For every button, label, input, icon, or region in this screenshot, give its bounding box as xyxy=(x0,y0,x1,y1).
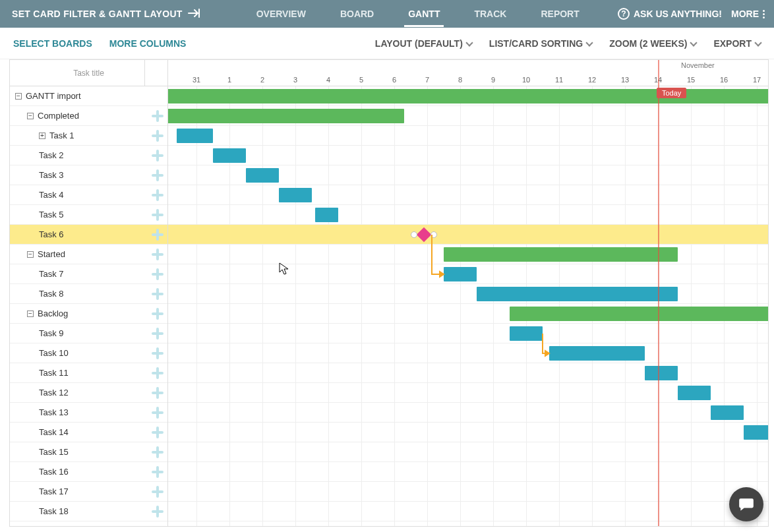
task-bar[interactable] xyxy=(645,366,678,380)
add-task-icon[interactable] xyxy=(152,367,164,379)
select-boards-link[interactable]: SELECT BOARDS xyxy=(13,38,92,49)
tab-board[interactable]: BOARD xyxy=(336,1,378,27)
add-task-icon[interactable] xyxy=(152,328,164,340)
add-task-icon[interactable] xyxy=(152,407,164,419)
set-filter-button[interactable]: SET CARD FILTER & GANTT LAYOUT xyxy=(12,9,200,20)
add-task-icon[interactable] xyxy=(152,268,164,280)
task-row[interactable]: Task 7 xyxy=(10,264,167,284)
task-row[interactable]: Task 13 xyxy=(10,403,167,423)
task-label: Task 6 xyxy=(39,229,64,239)
task-row[interactable]: Task 12 xyxy=(10,383,167,403)
task-label: Task 10 xyxy=(39,348,69,358)
task-bar[interactable] xyxy=(711,405,744,420)
chat-widget-button[interactable] xyxy=(729,487,763,521)
add-task-icon[interactable] xyxy=(152,288,164,300)
group-bar[interactable] xyxy=(510,307,768,321)
collapse-icon[interactable]: − xyxy=(27,251,34,258)
layout-dropdown[interactable]: LAYOUT (DEFAULT) xyxy=(375,38,472,49)
task-label: Task 11 xyxy=(39,368,69,378)
task-bar[interactable] xyxy=(279,188,312,202)
task-row[interactable]: −Started xyxy=(10,245,167,264)
collapse-icon[interactable]: − xyxy=(15,93,22,100)
task-bar[interactable] xyxy=(315,208,338,222)
task-label: Task 2 xyxy=(39,150,64,160)
add-task-icon[interactable] xyxy=(152,189,164,201)
task-bar[interactable] xyxy=(510,326,543,341)
task-row[interactable]: Task 14 xyxy=(10,423,167,442)
add-task-icon[interactable] xyxy=(152,308,164,320)
task-row[interactable]: Task 8 xyxy=(10,284,167,304)
milestone-handle[interactable] xyxy=(411,231,417,238)
add-task-icon[interactable] xyxy=(152,446,164,458)
day-col-13: 13 xyxy=(609,73,641,86)
export-dropdown[interactable]: EXPORT xyxy=(713,38,761,49)
task-label: Started xyxy=(38,249,65,259)
task-row[interactable]: −Backlog xyxy=(10,304,167,324)
task-row[interactable]: −Completed xyxy=(10,106,167,126)
task-row[interactable]: Task 11 xyxy=(10,363,167,383)
group-bar[interactable] xyxy=(444,247,678,262)
task-label: Task 1 xyxy=(49,131,74,140)
task-row[interactable]: −GANTT import xyxy=(10,86,167,106)
day-col-10: 10 xyxy=(510,73,543,86)
day-col-17: 17 xyxy=(740,73,768,86)
task-bar[interactable] xyxy=(213,148,246,163)
dependency-arrow xyxy=(428,231,453,283)
tab-overview[interactable]: OVERVIEW xyxy=(253,1,310,27)
task-row[interactable]: Task 15 xyxy=(10,442,167,462)
task-label: Task 14 xyxy=(39,427,69,437)
help-icon: ? xyxy=(618,8,630,20)
task-bar[interactable] xyxy=(477,287,678,301)
more-button[interactable]: MORE xyxy=(731,9,765,19)
task-row[interactable]: +Task 1 xyxy=(10,126,167,146)
collapse-icon[interactable]: − xyxy=(27,310,34,317)
add-task-icon[interactable] xyxy=(152,130,164,142)
add-task-icon[interactable] xyxy=(152,209,164,221)
add-task-icon[interactable] xyxy=(152,229,164,241)
tab-report[interactable]: REPORT xyxy=(537,1,583,27)
task-row[interactable]: Task 5 xyxy=(10,205,167,225)
task-row[interactable]: Task 18 xyxy=(10,502,167,521)
add-task-icon[interactable] xyxy=(152,387,164,399)
add-task-icon[interactable] xyxy=(152,506,164,517)
task-label: Completed xyxy=(38,111,79,121)
add-task-icon[interactable] xyxy=(152,249,164,260)
task-bar[interactable] xyxy=(744,425,768,440)
task-row[interactable]: Task 16 xyxy=(10,462,167,482)
task-label: Task 9 xyxy=(39,328,64,338)
task-bar[interactable] xyxy=(177,129,213,143)
arrow-right-icon xyxy=(188,9,200,20)
zoom-dropdown[interactable]: ZOOM (2 WEEKS) xyxy=(609,38,696,49)
task-bar[interactable] xyxy=(678,386,711,400)
task-row[interactable]: Task 3 xyxy=(10,165,167,185)
task-row[interactable]: Task 4 xyxy=(10,185,167,205)
tab-track[interactable]: TRACK xyxy=(470,1,510,27)
subbar: SELECT BOARDS MORE COLUMNS LAYOUT (DEFAU… xyxy=(0,28,774,59)
add-task-icon[interactable] xyxy=(152,169,164,181)
expand-icon[interactable]: + xyxy=(39,133,45,139)
collapse-icon[interactable]: − xyxy=(27,113,34,119)
task-row[interactable]: Task 17 xyxy=(10,482,167,502)
add-task-icon[interactable] xyxy=(152,110,164,122)
task-label: Task 5 xyxy=(39,210,64,220)
timeline-pane[interactable]: November 0311234567891011121314151617 To… xyxy=(168,60,768,526)
add-task-icon[interactable] xyxy=(152,427,164,438)
add-task-icon[interactable] xyxy=(152,486,164,498)
add-task-icon[interactable] xyxy=(152,347,164,359)
sorting-dropdown[interactable]: LIST/CARD SORTING xyxy=(489,38,592,49)
task-bar[interactable] xyxy=(549,346,645,361)
task-row[interactable]: Task 2 xyxy=(10,146,167,165)
task-row[interactable]: Task 9 xyxy=(10,324,167,343)
add-task-icon[interactable] xyxy=(152,150,164,162)
group-bar[interactable] xyxy=(168,109,404,123)
tab-gantt[interactable]: GANTT xyxy=(404,1,444,27)
task-label: Task 15 xyxy=(39,447,69,457)
task-bar[interactable] xyxy=(246,168,279,183)
add-task-icon[interactable] xyxy=(152,466,164,478)
task-row[interactable]: Task 10 xyxy=(10,343,167,363)
task-row[interactable]: Task 6 xyxy=(10,225,167,245)
ask-us-button[interactable]: ? ASK US ANYTHING! xyxy=(618,8,722,20)
more-columns-link[interactable]: MORE COLUMNS xyxy=(109,38,187,49)
task-label: Backlog xyxy=(38,309,68,318)
ask-label: ASK US ANYTHING! xyxy=(634,9,722,19)
